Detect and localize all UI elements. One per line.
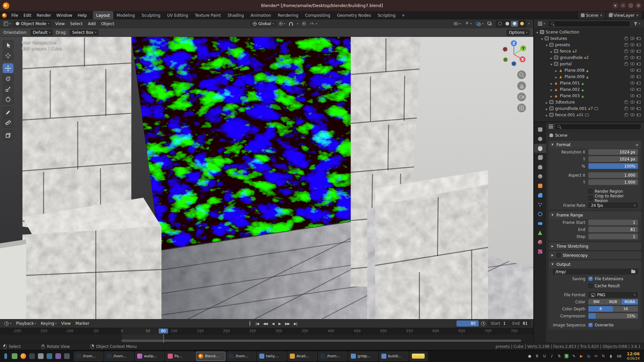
exclude-checkbox-icon[interactable]: [625, 107, 628, 110]
outliner-editor-type-button[interactable]: [536, 20, 547, 27]
shading-material-button[interactable]: [511, 21, 518, 27]
taskbar-window-button[interactable]: buildi...: [379, 352, 409, 361]
measure-tool[interactable]: [3, 118, 13, 127]
exclude-checkbox-icon[interactable]: [625, 37, 628, 40]
depth-16-option[interactable]: 16: [613, 306, 638, 312]
shading-settings-dropdown[interactable]: [527, 20, 531, 27]
workspace-tab[interactable]: Compositing: [302, 11, 333, 19]
zoom-icon[interactable]: [517, 70, 526, 79]
launcher-icon[interactable]: [2, 352, 10, 361]
panel-output-header[interactable]: Output: [549, 260, 641, 268]
properties-tab[interactable]: [534, 153, 546, 162]
expand-arrow-icon[interactable]: [554, 68, 558, 73]
tray-icon[interactable]: ✉: [593, 352, 599, 360]
drag-mode-dropdown[interactable]: Select Box: [69, 29, 99, 36]
crop-render-region-checkbox[interactable]: Crop to Render Region: [588, 194, 638, 203]
resolution-x-field[interactable]: 1024 px: [588, 149, 638, 155]
launcher-icon[interactable]: [28, 352, 36, 361]
disable-render-camera-icon[interactable]: [637, 63, 641, 65]
properties-tab[interactable]: [534, 172, 546, 181]
compression-slider[interactable]: 15%: [588, 313, 638, 319]
3d-viewport[interactable]: User Perspective (80) presets | Cube Z Y…: [0, 37, 533, 319]
taskbar-window-button[interactable]: /hom...: [226, 352, 256, 361]
hide-eye-icon[interactable]: [630, 107, 635, 110]
outliner-search-input[interactable]: [555, 21, 628, 26]
properties-tab[interactable]: [534, 125, 546, 134]
expand-arrow-icon[interactable]: [549, 55, 553, 60]
hide-eye-icon[interactable]: [630, 81, 635, 84]
options-dropdown[interactable]: Options: [506, 29, 530, 36]
outliner-row[interactable]: Plane.001: [534, 80, 644, 86]
hide-eye-icon[interactable]: [630, 75, 635, 78]
workspace-tab[interactable]: Scripting: [374, 11, 399, 19]
exclude-checkbox-icon[interactable]: [625, 43, 628, 47]
taskbar-window-button[interactable]: /hom...: [318, 352, 347, 361]
add-cube-tool[interactable]: [3, 130, 13, 140]
exclude-checkbox-icon[interactable]: [625, 101, 628, 104]
keyboard-layout-indicator[interactable]: us: [615, 354, 623, 358]
workspace-tab[interactable]: Shading: [224, 11, 247, 19]
frame-start-field[interactable]: 1: [588, 220, 638, 225]
properties-tab[interactable]: [534, 200, 546, 209]
exclude-checkbox-icon[interactable]: [625, 56, 628, 59]
timeline-editor[interactable]: PlaybackKeyingViewMarker |◀ ◀◀ ◀ ▶ ▶▶ ▶|…: [0, 319, 533, 343]
auto-keying-toggle[interactable]: [250, 321, 253, 326]
taskbar-window-button[interactable]: Blend...: [196, 352, 225, 361]
scene-unlink-icon[interactable]: ×: [600, 13, 603, 17]
outliner-row[interactable]: Plane.003: [534, 93, 644, 99]
workspace-tab[interactable]: Texture Paint: [192, 11, 224, 19]
depth-8-option[interactable]: 8: [588, 306, 613, 312]
snap-toggle[interactable]: [287, 20, 294, 27]
folder-icon[interactable]: [631, 270, 635, 273]
xray-toggle[interactable]: [486, 20, 494, 27]
expand-arrow-icon[interactable]: [549, 81, 553, 85]
workspace-tab[interactable]: Sculpting: [138, 11, 164, 19]
menu-item[interactable]: Help: [75, 11, 89, 19]
disable-render-camera-icon[interactable]: [637, 95, 641, 97]
timeline-menu-item[interactable]: Keying: [39, 320, 59, 327]
tray-icon[interactable]: ✎: [571, 352, 577, 360]
hide-eye-icon[interactable]: [630, 62, 635, 65]
disable-render-camera-icon[interactable]: [637, 88, 641, 91]
disable-render-camera-icon[interactable]: [637, 56, 641, 59]
menu-item[interactable]: Edit: [21, 11, 34, 19]
outliner-row[interactable]: groundhole.001 7: [534, 105, 644, 112]
preview-range-toggle[interactable]: [479, 320, 487, 327]
shading-wireframe-button[interactable]: [496, 21, 503, 27]
playhead[interactable]: 80: [159, 328, 168, 334]
expand-arrow-icon[interactable]: [545, 106, 549, 111]
timeline-editor-type-button[interactable]: [3, 320, 13, 327]
disable-render-camera-icon[interactable]: [637, 75, 641, 78]
launcher-icon[interactable]: [37, 352, 45, 361]
jump-to-start-button[interactable]: |◀: [254, 321, 260, 326]
outliner-row[interactable]: Scene Collection: [534, 29, 644, 35]
snap-settings-dropdown[interactable]: [295, 20, 300, 27]
hide-eye-icon[interactable]: [630, 101, 635, 104]
pan-hand-icon[interactable]: [517, 81, 526, 90]
hide-eye-icon[interactable]: [630, 50, 635, 53]
viewport-menu-item[interactable]: View: [53, 21, 67, 26]
properties-tab[interactable]: [534, 181, 546, 190]
properties-tab[interactable]: [534, 163, 546, 172]
show-overlays-dropdown[interactable]: [474, 20, 485, 27]
taskbar-window-button[interactable]: /hom...: [104, 352, 134, 361]
workspace-tab[interactable]: Rendering: [274, 11, 302, 19]
taskbar-window-button[interactable]: Pa...: [165, 352, 195, 361]
outliner-row[interactable]: Plane.002: [534, 86, 644, 93]
output-path-field[interactable]: /tmp/: [553, 269, 638, 275]
shading-solid-button[interactable]: [503, 21, 511, 27]
current-frame-field[interactable]: 80: [457, 320, 479, 326]
annotate-tool[interactable]: [3, 107, 13, 117]
resolution-y-field[interactable]: 1024 px: [588, 156, 638, 162]
cursor-tool[interactable]: [3, 51, 13, 60]
properties-search-input[interactable]: [562, 124, 639, 129]
timeline-track-area[interactable]: [0, 335, 533, 343]
outliner-row[interactable]: 3dtexture: [534, 99, 644, 105]
launcher-icon[interactable]: [19, 352, 27, 361]
color-bw-option[interactable]: BW: [588, 299, 605, 305]
expand-arrow-icon[interactable]: [549, 49, 553, 54]
editor-type-button[interactable]: [2, 20, 12, 27]
exclude-checkbox-icon[interactable]: [625, 62, 628, 66]
proportional-falloff-dropdown[interactable]: [308, 20, 319, 27]
disable-render-camera-icon[interactable]: [637, 107, 641, 110]
